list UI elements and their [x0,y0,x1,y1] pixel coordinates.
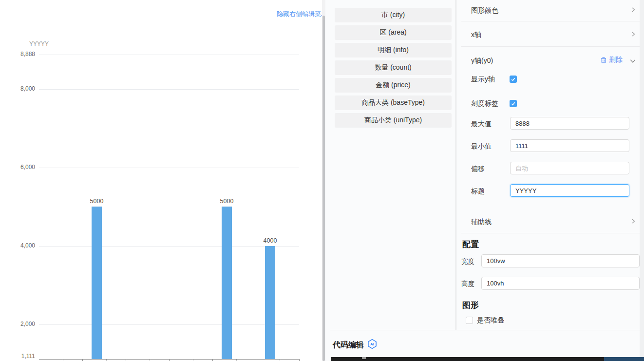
bar-value-label: 5000 [216,198,238,205]
x-axis-tick [63,359,63,361]
max-value-label: 最大值 [471,120,492,129]
x-axis-tick [126,359,126,361]
field-chip[interactable]: 数量 (count) [335,60,452,75]
field-chip[interactable]: 市 (city) [335,8,452,22]
axis-title-label: 标题 [471,187,485,196]
stack-label: 是否堆叠 [477,316,504,325]
field-chip-label: 区 (area) [379,28,406,37]
show-y-axis-label: 显示y轴 [471,75,495,84]
tick-labels-label: 刻度标签 [471,99,498,108]
code-section-divider [330,330,644,330]
check-icon [511,101,516,106]
section-divider [461,233,640,233]
bar [92,207,102,359]
field-chip[interactable]: 金额 (price) [335,78,452,93]
graph-color-label: 图形颜色 [471,6,498,15]
code-edit-heading: 代码编辑 [333,340,364,350]
y-tick-label: 6,000 [0,164,35,171]
field-chip-label: 市 (city) [381,11,405,19]
x-axis-tick [169,359,170,361]
bar-chart: 8,8888,0006,0004,0002,0001,1115000500040… [0,0,322,361]
height-input[interactable] [481,277,640,290]
delete-y-axis-button[interactable]: 删除 [600,56,623,64]
field-chip[interactable]: 商品大类 (baseType) [335,95,452,110]
chevron-down-icon[interactable] [629,57,636,64]
offset-label: 偏移 [471,165,485,173]
field-chip[interactable]: 明细 (info) [335,43,452,57]
y-tick-label: 4,000 [0,242,35,249]
code-editor-minimap[interactable] [604,357,644,361]
y-gridline [39,55,299,55]
ai-icon[interactable]: AI [367,339,378,349]
bar-value-label: 4000 [260,237,281,244]
x-axis-tick [150,359,150,361]
axis-title-input[interactable] [510,184,629,197]
chevron-right-icon [630,218,636,224]
svg-text:AI: AI [370,342,374,346]
y-axis-section-label: y轴(y0) [471,57,493,65]
show-y-axis-checkbox[interactable] [510,76,517,83]
x-axis-tick [299,359,300,361]
stack-checkbox[interactable] [466,317,473,324]
height-label: 高度 [461,280,474,288]
bar [222,207,232,359]
y-gridline [39,89,299,90]
check-icon [511,76,516,82]
field-chip-label: 明细 (info) [378,46,409,55]
width-input[interactable] [481,254,640,267]
field-chip-label: 商品小类 (uniType) [364,116,422,125]
code-editor[interactable] [331,357,644,361]
y-gridline [39,168,299,168]
shape-section-heading: 图形 [462,300,479,311]
x-axis-tick [212,359,213,361]
field-chip-label: 商品大类 (baseType) [361,98,425,107]
x-axis-label: x轴 [471,31,481,39]
x-axis-tick [82,359,83,361]
bar [265,246,275,359]
y-tick-label: 8,888 [0,51,35,57]
y-axis-title: YYYYY [29,40,49,47]
field-chip-label: 数量 (count) [375,63,411,72]
y-tick-label: 2,000 [0,321,35,327]
offset-input[interactable] [510,162,629,174]
min-value-label: 最小值 [471,142,492,151]
trash-icon [600,57,607,64]
x-axis-tick [236,359,237,361]
x-axis-row[interactable] [456,21,640,46]
right-scrollbar-track[interactable] [640,0,644,357]
code-editor-cursor [362,357,366,359]
hide-editor-menu-link[interactable]: 隐藏右侧编辑菜单 [277,10,327,19]
field-chip-label: 金额 (price) [376,81,411,90]
y-tick-label: 1,111 [0,353,35,360]
chart-editor-app: 8,8888,0006,0004,0002,0001,1115000500040… [0,0,644,361]
tick-labels-checkbox[interactable] [510,100,517,107]
y-gridline [39,324,299,325]
max-value-input[interactable] [510,117,629,130]
x-axis-tick [280,359,280,361]
delete-label: 删除 [609,56,623,64]
x-axis-tick [193,359,193,361]
helper-lines-label: 辅助线 [471,218,492,227]
chevron-right-icon [630,31,636,37]
x-axis-tick [106,359,107,361]
x-axis-tick [256,359,256,361]
panel-divider [455,0,456,330]
field-chip[interactable]: 区 (area) [335,25,452,40]
y-gridline [39,246,299,247]
row-divider [461,46,640,47]
left-scrollbar-thumb[interactable] [322,16,325,361]
config-section-heading: 配置 [462,239,479,250]
width-label: 宽度 [461,257,474,266]
field-chip[interactable]: 商品小类 (uniType) [335,113,452,128]
chart-preview-panel: 8,8888,0006,0004,0002,0001,1115000500040… [0,0,322,361]
chevron-right-icon [630,7,636,13]
min-value-input[interactable] [510,139,629,152]
bar-value-label: 5000 [86,198,108,205]
y-tick-label: 8,000 [0,85,35,92]
